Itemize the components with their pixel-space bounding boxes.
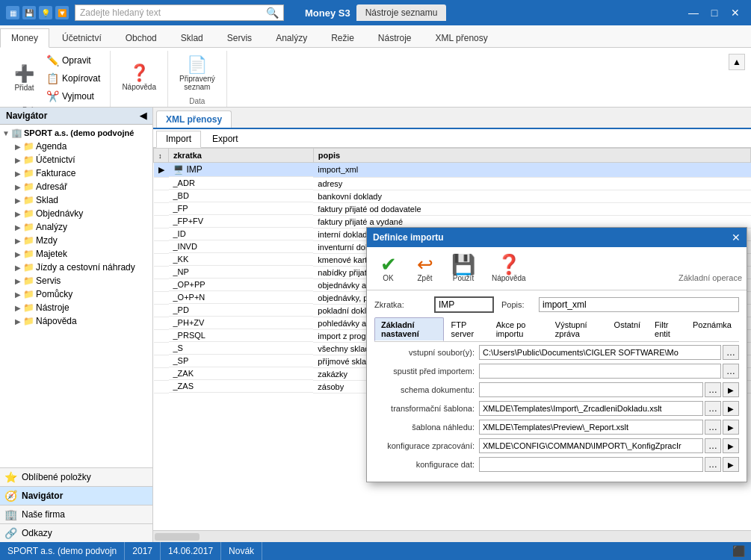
sidebar-item-ucetnictvi[interactable]: ▶ 📁 Účetnictví bbox=[0, 153, 152, 167]
zkratka-input[interactable] bbox=[434, 296, 494, 313]
vyjmout-button[interactable]: ✂️ Vyjmout bbox=[43, 88, 104, 105]
form-arrow-btn-4[interactable]: ▶ bbox=[723, 420, 739, 435]
folder-icon-adresar: 📁 bbox=[22, 181, 34, 192]
inner-tab-import[interactable]: Import bbox=[156, 131, 201, 148]
ok-label: OK bbox=[383, 274, 393, 282]
form-input-5[interactable] bbox=[479, 438, 703, 453]
inner-tab-export[interactable]: Export bbox=[203, 131, 248, 147]
sidebar-item-majetek[interactable]: ▶ 📁 Majetek bbox=[0, 247, 152, 261]
sidebar-item-sklad[interactable]: ▶ 📁 Sklad bbox=[0, 193, 152, 207]
sidebar-item-pomucky[interactable]: ▶ 📁 Pomůcky bbox=[0, 287, 152, 301]
sidebar-item-jizdy[interactable]: ▶ 📁 Jízdy a cestovní náhrady bbox=[0, 261, 152, 274]
pripraveny-seznam-button[interactable]: 📄 Připravenýseznam bbox=[174, 55, 220, 93]
tab-rezie[interactable]: Režie bbox=[320, 28, 365, 47]
folder-icon-napoveda: 📁 bbox=[22, 316, 34, 326]
form-input-0[interactable] bbox=[479, 345, 721, 360]
sidebar-collapse-icon[interactable]: ◀ bbox=[140, 111, 146, 121]
tree-root[interactable]: ▼ 🏢 SPORT a.s. (demo podvojné bbox=[0, 126, 152, 140]
tab-analyzy[interactable]: Analýzy bbox=[265, 28, 318, 47]
dialog-back-button[interactable]: ↩ Zpět bbox=[408, 252, 442, 285]
sidebar-section-nase-firma[interactable]: 🏢 Naše firma bbox=[0, 505, 152, 523]
cell-zkratka: _ZAK bbox=[169, 367, 314, 380]
form-browse-btn-2[interactable]: … bbox=[705, 382, 721, 397]
sidebar-section-oblibene[interactable]: ⭐ Oblíbené položky bbox=[0, 467, 152, 486]
sidebar-item-objednavky[interactable]: ▶ 📁 Objednávky bbox=[0, 207, 152, 220]
table-row[interactable]: _ADRadresy bbox=[154, 177, 751, 190]
form-label-5: konfigurace zpracování: bbox=[374, 441, 479, 450]
napoveda-button[interactable]: ❓ Nápověda bbox=[117, 63, 161, 93]
dialog-pouzit-button[interactable]: 💾 Použít bbox=[445, 252, 482, 285]
ribbon-group-content: ➕ Přidat ✏️ Opravit 📋 Kopírovat ✂️ Vyjmo… bbox=[9, 52, 104, 105]
col-zkratka-header[interactable]: zkratka bbox=[169, 149, 314, 163]
sidebar-section-odkazy[interactable]: 🔗 Odkazy bbox=[0, 523, 152, 542]
form-browse-btn-3[interactable]: … bbox=[705, 401, 721, 416]
tab-servis[interactable]: Servis bbox=[216, 28, 263, 47]
sidebar-section-navigator[interactable]: 🧭 Navigátor bbox=[0, 486, 152, 505]
dialog-tab-poznamka[interactable]: Poznámka bbox=[686, 317, 738, 341]
popis-input[interactable] bbox=[539, 297, 739, 312]
table-row[interactable]: _FP+FVfaktury přijaté a vydané bbox=[154, 215, 751, 228]
sidebar-item-fakturace[interactable]: ▶ 📁 Fakturace bbox=[0, 167, 152, 180]
ribbon-small-group: ✏️ Opravit 📋 Kopírovat ✂️ Vyjmout bbox=[43, 52, 104, 105]
form-browse-btn-6[interactable]: … bbox=[705, 457, 721, 472]
folder-icon-servis: 📁 bbox=[22, 276, 34, 286]
sidebar-item-servis[interactable]: ▶ 📁 Servis bbox=[0, 274, 152, 287]
tab-xml-prenosy[interactable]: XML přenosy bbox=[424, 28, 499, 47]
tab-sklad[interactable]: Sklad bbox=[170, 28, 214, 47]
dialog-close-button[interactable]: ✕ bbox=[732, 231, 741, 243]
form-browse-btn-5[interactable]: … bbox=[705, 438, 721, 453]
form-arrow-btn-5[interactable]: ▶ bbox=[723, 438, 739, 453]
navigator-label: Navigátor bbox=[22, 491, 63, 501]
opravit-button[interactable]: ✏️ Opravit bbox=[43, 52, 104, 69]
dialog-ok-button[interactable]: ✔ OK bbox=[371, 252, 405, 285]
minimize-button[interactable]: — bbox=[684, 4, 703, 21]
form-arrow-btn-2[interactable]: ▶ bbox=[723, 382, 739, 397]
dialog-form-row: spustit před importem:… bbox=[374, 364, 739, 379]
form-browse-btn-0[interactable]: … bbox=[723, 345, 739, 360]
close-button[interactable]: ✕ bbox=[726, 4, 745, 21]
sidebar-item-mzdy[interactable]: ▶ 📁 Mzdy bbox=[0, 234, 152, 247]
dialog-tab-filtr[interactable]: Filtr entit bbox=[648, 317, 685, 341]
dialog-tab-zakladni[interactable]: Základní nastavení bbox=[374, 317, 444, 341]
tree-toggle-sklad: ▶ bbox=[13, 196, 22, 205]
dialog-tab-ostatni[interactable]: Ostatní bbox=[608, 317, 647, 341]
title-search-box[interactable]: Zadejte hledaný text 🔍 bbox=[75, 4, 284, 21]
content-tab-xml[interactable]: XML přenosy bbox=[156, 111, 232, 128]
ribbon-group-content-data: 📄 Připravenýseznam bbox=[174, 52, 220, 96]
dialog-tab-ftp[interactable]: FTP server bbox=[445, 317, 489, 341]
tab-money[interactable]: Money bbox=[0, 28, 49, 48]
form-arrow-btn-6[interactable]: ▶ bbox=[723, 457, 739, 472]
kopirovat-button[interactable]: 📋 Kopírovat bbox=[43, 70, 104, 87]
tree-toggle-majetek: ▶ bbox=[13, 250, 22, 258]
table-row[interactable]: _BDbankovní doklady bbox=[154, 190, 751, 202]
form-browse-btn-1[interactable]: … bbox=[723, 364, 739, 379]
form-browse-btn-4[interactable]: … bbox=[705, 420, 721, 435]
form-input-2[interactable] bbox=[479, 382, 703, 397]
sidebar-item-napoveda[interactable]: ▶ 📁 Nápověda bbox=[0, 314, 152, 328]
dialog-help-label: Nápověda bbox=[492, 274, 526, 282]
status-expand-icon[interactable]: ⬛ bbox=[726, 545, 751, 557]
ribbon-collapse-button[interactable]: ▲ bbox=[729, 54, 745, 70]
tree-label-majetek: Majetek bbox=[36, 249, 67, 259]
table-row[interactable]: _FPfaktury přijaté od dodavatele bbox=[154, 202, 751, 215]
tab-nastroje[interactable]: Nástroje bbox=[367, 28, 423, 47]
form-input-4[interactable] bbox=[479, 420, 703, 435]
form-arrow-btn-3[interactable]: ▶ bbox=[723, 401, 739, 416]
sidebar-item-analyzy[interactable]: ▶ 📁 Analýzy bbox=[0, 220, 152, 234]
dialog-tab-akce[interactable]: Akce po importu bbox=[489, 317, 548, 341]
table-row[interactable]: ▶🖥️ IMPimport_xml bbox=[154, 163, 751, 178]
col-popis-header[interactable]: popis bbox=[313, 149, 750, 163]
dialog-napoveda-button[interactable]: ❓ Nápověda bbox=[485, 252, 533, 285]
horizontal-scrollbar[interactable] bbox=[153, 530, 751, 542]
form-input-1[interactable] bbox=[479, 364, 721, 379]
sidebar-item-nastroje[interactable]: ▶ 📁 Nástroje bbox=[0, 301, 152, 314]
dialog-tab-vystupni[interactable]: Výstupní zpráva bbox=[548, 317, 607, 341]
maximize-button[interactable]: □ bbox=[705, 4, 724, 21]
form-input-3[interactable] bbox=[479, 401, 703, 416]
sidebar-item-adresar[interactable]: ▶ 📁 Adresář bbox=[0, 180, 152, 193]
form-input-6[interactable] bbox=[479, 457, 703, 472]
pridat-button[interactable]: ➕ Přidat bbox=[9, 63, 40, 94]
sidebar-item-agenda[interactable]: ▶ 📁 Agenda bbox=[0, 140, 152, 153]
tab-ucetnictvi[interactable]: Účetnictví bbox=[51, 28, 113, 47]
tab-obchod[interactable]: Obchod bbox=[114, 28, 168, 47]
